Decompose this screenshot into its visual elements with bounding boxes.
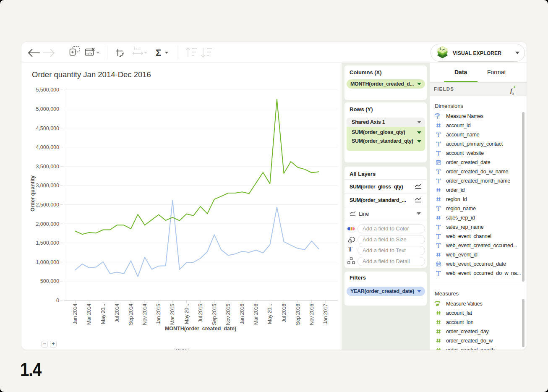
svg-text:2,500,000: 2,500,000: [36, 202, 59, 208]
svg-text:Jan 2014: Jan 2014: [72, 304, 78, 324]
svg-text:Mar 2015: Mar 2015: [170, 304, 175, 325]
svg-text:5,000,000: 5,000,000: [36, 106, 59, 112]
svg-text:5,500,000: 5,500,000: [36, 87, 59, 93]
svg-text:Order quantity: Order quantity: [30, 175, 36, 212]
svg-text:4,500,000: 4,500,000: [36, 125, 59, 131]
svg-text:4,000,000: 4,000,000: [36, 144, 59, 150]
svg-text:Jan 2015: Jan 2015: [156, 304, 162, 324]
svg-text:0: 0: [56, 298, 59, 303]
svg-text:Σ: Σ: [156, 47, 161, 58]
svg-text:1,000,000: 1,000,000: [36, 259, 59, 265]
svg-text:1,500,000: 1,500,000: [36, 240, 59, 246]
svg-text:May 20...: May 20...: [100, 304, 106, 324]
svg-text:May 20...: May 20...: [184, 304, 190, 324]
svg-text:Jul 2014: Jul 2014: [114, 304, 120, 323]
svg-text:MONTH(order_created_date): MONTH(order_created_date): [165, 326, 236, 332]
svg-text:Nov 2015: Nov 2015: [225, 304, 231, 325]
svg-text:Jan 2017: Jan 2017: [323, 304, 329, 324]
svg-text:Sep 2016: Sep 2016: [295, 304, 301, 325]
svg-text:2,000,000: 2,000,000: [36, 221, 59, 227]
svg-text:Nov 2014: Nov 2014: [142, 304, 148, 325]
svg-text:3,000,000: 3,000,000: [36, 183, 59, 188]
svg-text:Mar 2016: Mar 2016: [253, 304, 259, 325]
svg-text:Nov 2016: Nov 2016: [309, 304, 315, 325]
svg-text:Jul 2016: Jul 2016: [281, 304, 287, 323]
svg-text:Jan 2016: Jan 2016: [239, 304, 245, 324]
svg-text:Sep 2015: Sep 2015: [211, 304, 217, 325]
svg-text:Sep 2014: Sep 2014: [128, 304, 134, 325]
svg-text:Jul 2015: Jul 2015: [198, 304, 204, 323]
svg-text:3,500,000: 3,500,000: [36, 164, 59, 170]
svg-text:May 20...: May 20...: [267, 304, 273, 324]
svg-text:Mar 2014: Mar 2014: [86, 304, 92, 325]
svg-text:500,000: 500,000: [40, 278, 59, 284]
